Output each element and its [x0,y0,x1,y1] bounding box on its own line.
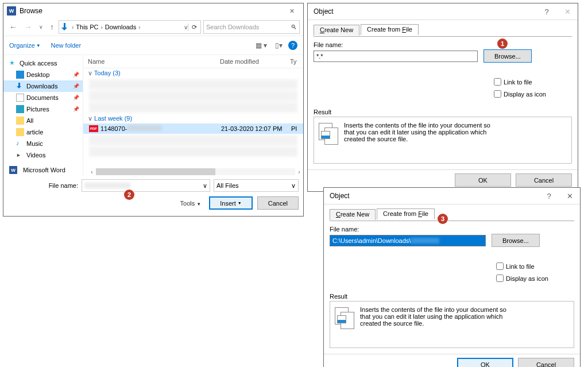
filename-input[interactable]: *.* [314,51,478,62]
refresh-button[interactable]: ⟳ [188,24,200,31]
preview-pane-button[interactable]: ▯▾ [273,40,285,51]
h-scrollbar[interactable]: ‹ › [88,168,303,176]
filename-input[interactable]: ∨ [82,179,210,192]
folder-icon [16,128,24,136]
list-item[interactable] [89,146,297,157]
view-button[interactable]: ▦ ▾ [253,40,269,51]
dialog-title: Browse [20,7,280,15]
dialog-title: Object [330,192,539,200]
list-item[interactable] [89,91,297,101]
list-item[interactable] [89,79,297,90]
result-box: Inserts the contents of the file into yo… [330,301,574,348]
display-as-icon-checkbox[interactable]: Display as icon [494,273,574,284]
sidebar-item-article[interactable]: article [3,126,83,138]
list-item-selected[interactable]: PDF 1148070- 21-03-2020 12:07 PM PI [83,123,303,134]
result-label: Result [330,293,574,300]
ok-button[interactable]: OK [457,358,513,367]
browse-footer: File name: ∨ All Files∨ Tools ▼ Insert ▼… [3,176,303,214]
word-icon: W [9,166,17,174]
crumb-this-pc[interactable]: This PC [74,24,100,30]
sidebar-item-documents[interactable]: Documents📌 [3,92,83,103]
filename-label: File name: [330,226,574,233]
step-badge-2: 2 [124,190,134,200]
link-to-file-checkbox[interactable]: Link to file [494,261,574,272]
word-icon: W [7,6,16,16]
search-icon: 🔍︎ [291,24,297,30]
sidebar-item-msword[interactable]: WMicrosoft Word [3,164,83,176]
forward-button[interactable]: → [22,21,34,33]
tab-create-from-file[interactable]: Create from File [377,208,435,219]
browse-button[interactable]: Browse... [492,234,540,247]
search-placeholder: Search Downloads [206,24,259,30]
cancel-button[interactable]: Cancel [516,173,572,187]
new-folder-button[interactable]: New folder [51,42,82,49]
tabs: Create New Create from File [330,208,574,221]
recent-dropdown[interactable]: ∨ [37,23,45,31]
crumb-downloads[interactable]: Downloads [103,24,138,30]
organize-button[interactable]: Organize ▼ [9,42,41,49]
filename-input[interactable]: C:\Users\admin\Downloads\ [330,235,486,246]
group-lastweek[interactable]: ∨ Last week (9) [83,114,303,123]
filename-label: File name: [314,41,572,48]
pin-icon: 📌 [73,72,79,78]
col-type[interactable]: Ty [290,58,301,65]
downloads-icon [16,82,24,90]
up-button[interactable]: ↑ [48,21,56,33]
col-date[interactable]: Date modified [220,58,290,65]
close-icon[interactable]: ✕ [280,3,303,18]
titlebar: Object ? ✕ [308,3,578,20]
toolbar: Organize ▼ New folder ▦ ▾ ▯▾ ? [3,36,303,55]
column-headers[interactable]: Name Date modified Ty [83,55,303,68]
step-badge-1: 1 [497,38,508,49]
result-text: Inserts the contents of the file into yo… [360,306,509,343]
sidebar-item-quick-access[interactable]: Quick access [3,57,83,69]
insert-button[interactable]: Insert ▼ [209,196,253,210]
documents-icon [16,94,24,102]
object-dialog-1: Object ? ✕ Create New Create from File F… [307,3,578,192]
search-input[interactable]: Search Downloads 🔍︎ [203,20,300,34]
sidebar-item-music[interactable]: Music [3,138,83,149]
sidebar-item-pictures[interactable]: Pictures📌 [3,103,83,115]
sidebar-item-desktop[interactable]: Desktop📌 [3,69,83,80]
cancel-button[interactable]: Cancel [257,196,299,210]
sidebar-item-all[interactable]: All [3,115,83,126]
list-item[interactable] [89,102,297,113]
list-item[interactable] [89,135,297,145]
browse-button[interactable]: Browse... [483,49,532,63]
titlebar: W Browse ✕ [3,3,303,18]
link-to-file-checkbox[interactable]: Link to file [492,76,572,87]
help-button[interactable]: ? [288,41,297,50]
tab-create-from-file[interactable]: Create from File [361,24,419,35]
tab-create-new[interactable]: Create New [330,209,376,220]
filter-select[interactable]: All Files∨ [214,179,299,192]
back-button[interactable]: ← [7,21,20,33]
help-button[interactable]: ? [539,192,559,200]
result-icon [319,123,339,146]
group-today[interactable]: ∨ Today (3) [83,68,303,78]
scroll-right[interactable]: › [295,169,303,175]
music-icon [16,140,24,148]
breadcrumb[interactable]: › This PC › Downloads › ∨ ⟳ [59,20,201,34]
scroll-left[interactable]: ‹ [88,169,96,175]
desktop-icon [16,71,24,79]
folder-icon [16,117,24,125]
sidebar-item-downloads[interactable]: Downloads📌 [3,80,83,92]
ok-button[interactable]: OK [455,173,511,187]
path-dropdown[interactable]: ∨ [184,24,188,30]
col-name[interactable]: Name [83,58,220,65]
display-as-icon-checkbox[interactable]: Display as icon [492,88,572,99]
tab-create-new[interactable]: Create New [314,25,359,36]
cancel-button[interactable]: Cancel [518,358,574,367]
sidebar-item-videos[interactable]: Videos [3,149,83,161]
object-dialog-2: Object ? ✕ Create New Create from File 3… [323,187,581,367]
file-list: Name Date modified Ty ∨ Today (3) ∨ Last… [83,55,303,176]
scroll-thumb[interactable] [96,168,215,175]
pdf-icon: PDF [89,125,98,132]
result-text: Inserts the contents of the file into yo… [344,122,493,159]
filename-label: File name: [8,182,78,189]
close-icon[interactable]: ✕ [559,192,580,200]
tools-dropdown[interactable]: Tools ▼ [180,200,202,207]
pictures-icon [16,105,24,113]
close-icon[interactable]: ✕ [557,7,578,16]
help-button[interactable]: ? [536,7,557,16]
